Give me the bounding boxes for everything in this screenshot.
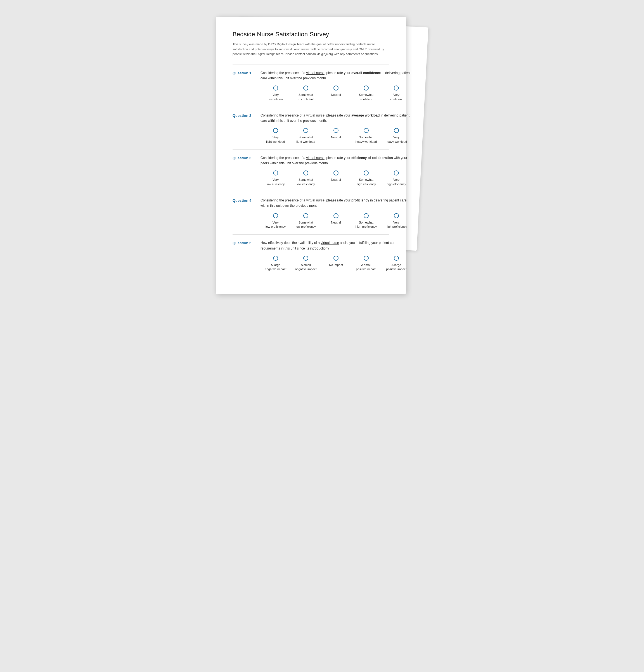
option-label-3-1: Verylow efficiency <box>266 178 285 187</box>
radio-1-3[interactable] <box>333 85 338 91</box>
question-content-3: Considering the presence of a virtual nu… <box>261 155 412 187</box>
question-row-1: Question 1Considering the presence of a … <box>232 64 389 107</box>
question-text-1: Considering the presence of a virtual nu… <box>261 70 412 81</box>
radio-4-2[interactable] <box>303 213 308 218</box>
question-label-2: Question 2 <box>232 113 261 118</box>
option-label-1-5: Veryconfident <box>390 93 403 101</box>
option-label-5-3: No impact <box>329 263 343 267</box>
radio-2-1[interactable] <box>273 128 278 133</box>
radio-3-1[interactable] <box>273 170 278 176</box>
option-label-4-2: Somewhatlow proficiency <box>296 220 316 229</box>
radio-2-5[interactable] <box>394 128 399 133</box>
option-3-3[interactable]: Neutral <box>321 170 351 187</box>
option-label-3-4: Somewhathigh efficiency <box>356 178 376 187</box>
option-3-4[interactable]: Somewhathigh efficiency <box>351 170 381 187</box>
option-label-4-3: Neutral <box>331 220 341 225</box>
question-content-2: Considering the presence of a virtual nu… <box>261 113 412 144</box>
question-row-2: Question 2Considering the presence of a … <box>232 107 389 149</box>
questions-container: Question 1Considering the presence of a … <box>232 64 389 277</box>
radio-1-1[interactable] <box>273 85 278 91</box>
option-4-5[interactable]: Veryhigh proficiency <box>381 213 412 229</box>
front-page: Bedside Nurse Satisfaction Survey This s… <box>216 17 406 294</box>
radio-4-1[interactable] <box>273 213 278 218</box>
radio-3-3[interactable] <box>333 170 338 176</box>
question-content-5: How effectively does the availability of… <box>261 240 412 271</box>
option-1-5[interactable]: Veryconfident <box>381 85 412 101</box>
radio-5-1[interactable] <box>273 256 278 261</box>
option-label-3-2: Somewhatlow efficiency <box>297 178 315 187</box>
radio-5-5[interactable] <box>394 256 399 261</box>
radio-2-3[interactable] <box>333 128 338 133</box>
option-5-4[interactable]: A smallpositive impact <box>351 256 381 272</box>
option-4-3[interactable]: Neutral <box>321 213 351 229</box>
option-label-5-4: A smallpositive impact <box>356 263 377 272</box>
radio-1-2[interactable] <box>303 85 308 91</box>
option-2-1[interactable]: Verylight workload <box>261 128 291 144</box>
question-text-2: Considering the presence of a virtual nu… <box>261 113 412 123</box>
options-row-1: VeryunconfidentSomewhatunconfidentNeutra… <box>261 85 412 101</box>
radio-1-4[interactable] <box>363 85 369 91</box>
option-label-2-4: Somewhatheavy workload <box>356 135 377 144</box>
page-container: Bedside Nurse Satisfaction Survey te you… <box>216 17 428 294</box>
question-content-1: Considering the presence of a virtual nu… <box>261 70 412 101</box>
question-row-5: Question 5How effectively does the avail… <box>232 235 389 277</box>
survey-description: This survey was made by BJC's Digital De… <box>232 42 389 57</box>
option-5-5[interactable]: A largepositive impact <box>381 256 412 272</box>
question-label-5: Question 5 <box>232 240 261 245</box>
option-2-5[interactable]: Veryheavy workload <box>381 128 412 144</box>
option-4-4[interactable]: Somewhathigh proficiency <box>351 213 381 229</box>
options-row-4: Verylow proficiencySomewhatlow proficien… <box>261 213 412 229</box>
option-3-5[interactable]: Veryhigh efficiency <box>381 170 412 187</box>
option-label-2-1: Verylight workload <box>266 135 285 144</box>
question-text-3: Considering the presence of a virtual nu… <box>261 155 412 166</box>
question-label-1: Question 1 <box>232 70 261 75</box>
radio-4-3[interactable] <box>333 213 338 218</box>
radio-3-5[interactable] <box>394 170 399 176</box>
option-label-3-3: Neutral <box>331 178 341 182</box>
option-label-2-5: Veryheavy workload <box>386 135 407 144</box>
radio-2-2[interactable] <box>303 128 308 133</box>
options-row-5: A largenegative impactA smallnegative im… <box>261 256 412 272</box>
question-label-4: Question 4 <box>232 198 261 203</box>
option-label-4-5: Veryhigh proficiency <box>386 220 407 229</box>
radio-3-2[interactable] <box>303 170 308 176</box>
option-2-2[interactable]: Somewhatlight workload <box>291 128 321 144</box>
question-text-5: How effectively does the availability of… <box>261 240 412 251</box>
option-label-1-2: Somewhatunconfident <box>298 93 314 101</box>
option-3-1[interactable]: Verylow efficiency <box>261 170 291 187</box>
option-label-2-3: Neutral <box>331 135 341 140</box>
option-5-1[interactable]: A largenegative impact <box>261 256 291 272</box>
option-label-5-1: A largenegative impact <box>265 263 286 272</box>
option-2-4[interactable]: Somewhatheavy workload <box>351 128 381 144</box>
question-text-4: Considering the presence of a virtual nu… <box>261 198 412 208</box>
option-label-3-5: Veryhigh efficiency <box>386 178 406 187</box>
option-5-2[interactable]: A smallnegative impact <box>291 256 321 272</box>
options-row-3: Verylow efficiencySomewhatlow efficiency… <box>261 170 412 187</box>
question-row-4: Question 4Considering the presence of a … <box>232 192 389 235</box>
option-label-5-5: A largepositive impact <box>386 263 407 272</box>
radio-4-5[interactable] <box>394 213 399 218</box>
option-3-2[interactable]: Somewhatlow efficiency <box>291 170 321 187</box>
option-1-1[interactable]: Veryunconfident <box>261 85 291 101</box>
option-1-2[interactable]: Somewhatunconfident <box>291 85 321 101</box>
option-1-3[interactable]: Neutral <box>321 85 351 101</box>
option-1-4[interactable]: Somewhatconfident <box>351 85 381 101</box>
survey-title: Bedside Nurse Satisfaction Survey <box>232 31 389 38</box>
radio-2-4[interactable] <box>363 128 369 133</box>
option-label-5-2: A smallnegative impact <box>295 263 317 272</box>
option-label-4-1: Verylow proficiency <box>265 220 286 229</box>
option-2-3[interactable]: Neutral <box>321 128 351 144</box>
option-label-4-4: Somewhathigh proficiency <box>356 220 377 229</box>
question-row-3: Question 3Considering the presence of a … <box>232 149 389 192</box>
option-4-1[interactable]: Verylow proficiency <box>261 213 291 229</box>
radio-1-5[interactable] <box>394 85 399 91</box>
radio-4-4[interactable] <box>363 213 369 218</box>
radio-5-2[interactable] <box>303 256 308 261</box>
question-content-4: Considering the presence of a virtual nu… <box>261 198 412 229</box>
radio-5-4[interactable] <box>363 256 369 261</box>
radio-3-4[interactable] <box>363 170 369 176</box>
option-label-1-3: Neutral <box>331 93 341 97</box>
radio-5-3[interactable] <box>333 256 338 261</box>
option-4-2[interactable]: Somewhatlow proficiency <box>291 213 321 229</box>
option-5-3[interactable]: No impact <box>321 256 351 272</box>
